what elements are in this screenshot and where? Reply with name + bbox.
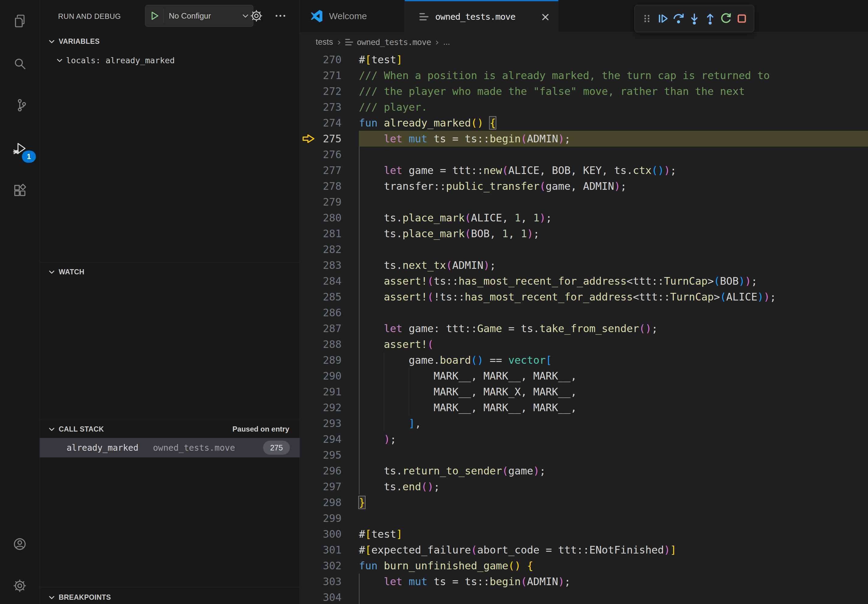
code-line-content[interactable]: } [359, 494, 868, 510]
stop-button[interactable] [734, 9, 750, 28]
code-line-content[interactable] [359, 589, 868, 604]
line-number[interactable]: 301 [300, 542, 341, 558]
line-number[interactable]: 280 [300, 210, 341, 226]
code-line-content[interactable]: assert!(!ts::has_most_recent_for_address… [359, 289, 868, 305]
code-line-content[interactable]: ); [359, 431, 868, 447]
code-line-content[interactable]: MARK__, MARK_X, MARK__, [359, 384, 868, 400]
line-number[interactable]: 271 [300, 68, 341, 83]
code-line-content[interactable] [359, 242, 868, 257]
code-line-content[interactable]: /// the player who made the "false" move… [359, 83, 868, 99]
breakpoints-section-header[interactable]: BREAKPOINTS [40, 589, 299, 604]
continue-button[interactable] [655, 9, 671, 28]
more-actions-icon[interactable] [272, 7, 289, 24]
breadcrumb-symbol[interactable]: ... [443, 37, 450, 47]
code-line-content[interactable] [359, 194, 868, 210]
line-number[interactable]: 296 [300, 463, 341, 479]
call-stack-frame[interactable]: already_marked owned_tests.move 275 [40, 438, 299, 457]
variables-section-header[interactable]: VARIABLES [40, 33, 299, 50]
launch-config-dropdown[interactable]: No Configur [145, 5, 253, 27]
step-into-button[interactable] [687, 9, 702, 28]
source-control-icon[interactable] [5, 90, 35, 120]
code-line-content[interactable]: let mut ts = ts::begin(ADMIN); [359, 131, 868, 147]
code-line-content[interactable]: let game = ttt::new(ALICE, BOB, KEY, ts.… [359, 163, 868, 178]
account-icon[interactable] [5, 529, 35, 559]
line-number[interactable]: 290 [300, 368, 341, 384]
code-line-content[interactable]: game.board() == vector[ [359, 352, 868, 368]
code-line-content[interactable]: fun already_marked() { [359, 115, 868, 131]
code-line-content[interactable] [359, 305, 868, 321]
explorer-icon[interactable] [5, 6, 35, 36]
step-over-button[interactable] [671, 9, 687, 28]
run-and-debug-icon[interactable]: 1 [5, 133, 35, 163]
tab-owned-tests[interactable]: owned_tests.move × [405, 0, 558, 32]
code-line-content[interactable]: let game: ttt::Game = ts.take_from_sende… [359, 321, 868, 336]
code-line-content[interactable]: MARK__, MARK__, MARK__, [359, 368, 868, 384]
code-line-content[interactable]: ts.return_to_sender(game); [359, 463, 868, 479]
breadcrumb-file[interactable]: owned_tests.move [357, 37, 431, 47]
code-line-content[interactable]: #[expected_failure(abort_code = ttt::ENo… [359, 542, 868, 558]
line-number[interactable]: 302 [300, 558, 341, 574]
code-line-content[interactable]: #[test] [359, 526, 868, 542]
line-number[interactable]: 284 [300, 273, 341, 289]
start-debug-icon[interactable] [146, 10, 164, 22]
code-editor[interactable]: 270#[test]271/// When a position is alre… [300, 52, 868, 604]
drag-handle-icon[interactable] [639, 9, 655, 28]
line-number[interactable]: 304 [300, 589, 341, 604]
line-number[interactable]: 297 [300, 479, 341, 494]
breadcrumb-folder[interactable]: tests [316, 37, 333, 47]
line-number[interactable]: 286 [300, 305, 341, 321]
line-number[interactable]: 273 [300, 99, 341, 115]
debug-settings-gear-icon[interactable] [248, 7, 265, 24]
extensions-icon[interactable] [5, 175, 35, 205]
restart-button[interactable] [718, 9, 734, 28]
line-number[interactable]: 279 [300, 194, 341, 210]
code-line-content[interactable] [359, 147, 868, 163]
code-line-content[interactable] [359, 447, 868, 463]
variables-scope-locals[interactable]: locals: already_marked [54, 52, 175, 69]
line-number[interactable]: 291 [300, 384, 341, 400]
code-line-content[interactable]: ], [359, 415, 868, 431]
line-number[interactable]: 292 [300, 400, 341, 415]
code-line-content[interactable]: /// When a position is already marked, t… [359, 68, 868, 83]
line-number[interactable]: 277 [300, 163, 341, 178]
code-line-content[interactable]: transfer::public_transfer(game, ADMIN); [359, 178, 868, 194]
code-line-content[interactable]: ts.end(); [359, 479, 868, 494]
search-icon[interactable] [5, 49, 35, 79]
step-out-button[interactable] [702, 9, 718, 28]
code-line-content[interactable]: /// player. [359, 99, 868, 115]
code-line-content[interactable]: let mut ts = ts::begin(ADMIN); [359, 574, 868, 589]
close-tab-icon[interactable]: × [541, 1, 550, 32]
code-line-content[interactable]: assert!(ts::has_most_recent_for_address<… [359, 273, 868, 289]
line-number[interactable]: 288 [300, 336, 341, 352]
line-number[interactable]: 281 [300, 226, 341, 242]
line-number[interactable]: 289 [300, 352, 341, 368]
code-line-content[interactable] [359, 510, 868, 526]
line-number[interactable]: 270 [300, 52, 341, 68]
code-line-content[interactable]: ts.place_mark(BOB, 1, 1); [359, 226, 868, 242]
line-number[interactable]: 294 [300, 431, 341, 447]
line-number[interactable]: 293 [300, 415, 341, 431]
line-number[interactable]: 274 [300, 115, 341, 131]
line-number[interactable]: 299 [300, 510, 341, 526]
line-number[interactable]: 283 [300, 257, 341, 273]
code-line-content[interactable]: assert!( [359, 336, 868, 352]
line-number[interactable]: 282 [300, 242, 341, 257]
line-number[interactable]: 287 [300, 321, 341, 336]
line-number[interactable]: 276 [300, 147, 341, 163]
watch-section-header[interactable]: WATCH [40, 263, 299, 280]
line-number[interactable]: 278 [300, 178, 341, 194]
line-number[interactable]: 295 [300, 447, 341, 463]
tab-welcome[interactable]: Welcome [300, 0, 405, 32]
code-line-content[interactable]: fun burn_unfinished_game() { [359, 558, 868, 574]
line-number[interactable]: 272 [300, 83, 341, 99]
line-number[interactable]: 303 [300, 574, 341, 589]
config-dropdown-label[interactable]: No Configur [169, 11, 222, 21]
code-line-content[interactable]: #[test] [359, 52, 868, 68]
code-line-content[interactable]: ts.next_tx(ADMIN); [359, 257, 868, 273]
code-line-content[interactable]: ts.place_mark(ALICE, 1, 1); [359, 210, 868, 226]
code-line-content[interactable]: MARK__, MARK__, MARK__, [359, 400, 868, 415]
settings-gear-icon[interactable] [5, 571, 35, 601]
line-number[interactable]: 285 [300, 289, 341, 305]
line-number[interactable]: 300 [300, 526, 341, 542]
line-number[interactable]: 298 [300, 494, 341, 510]
